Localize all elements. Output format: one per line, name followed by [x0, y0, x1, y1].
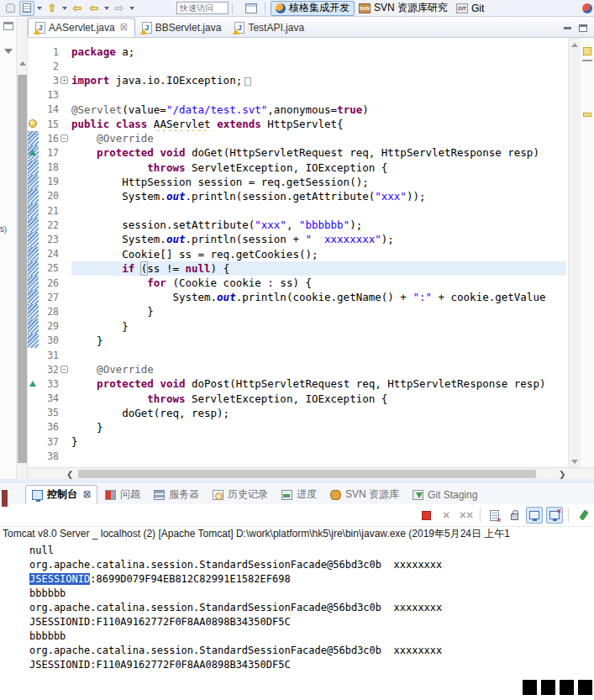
code-line[interactable]: 38: [28, 449, 566, 463]
code-text[interactable]: [71, 203, 566, 218]
annotation-ruler-cell[interactable]: [28, 348, 39, 362]
overview-ruler[interactable]: [581, 38, 594, 467]
code-text[interactable]: throws ServletException, IOException {: [71, 392, 566, 406]
line-number[interactable]: 31: [39, 350, 60, 361]
code-text[interactable]: protected void doPost(HttpServletRequest…: [71, 376, 566, 391]
annotation-ruler-cell[interactable]: [28, 103, 39, 117]
line-number[interactable]: 21: [39, 205, 60, 217]
console-line[interactable]: bbbbbb: [29, 629, 594, 644]
code-line[interactable]: 32− @Override: [28, 362, 566, 376]
scroll-right-arrow-icon[interactable]: ❯: [559, 471, 565, 478]
fold-collapse-icon[interactable]: −: [60, 134, 68, 142]
code-line[interactable]: 27 System.out.println(cookie.getName() +…: [28, 290, 566, 304]
clear-console-button[interactable]: [486, 507, 502, 524]
maximize-icon[interactable]: [579, 24, 587, 32]
annotation-ruler-cell[interactable]: [28, 45, 39, 59]
console-line[interactable]: JSESSIONID:8699D079F94EB812C82991E1582EF…: [29, 572, 594, 587]
code-line[interactable]: 37}: [28, 434, 566, 449]
line-number[interactable]: 1: [39, 46, 60, 58]
annotation-ruler-cell[interactable]: [28, 145, 39, 160]
editor-tab[interactable]: JAAServlet.java☒: [28, 18, 135, 37]
console-tab-svn-repo[interactable]: SVN 资源库: [324, 485, 405, 504]
line-number[interactable]: 30: [39, 334, 60, 346]
code-text[interactable]: import java.io.IOException;: [71, 73, 566, 87]
code-line[interactable]: 33 protected void doPost(HttpServletRequ…: [28, 376, 566, 391]
line-number[interactable]: 24: [39, 248, 60, 260]
line-number[interactable]: 16: [39, 133, 60, 145]
line-number[interactable]: 35: [39, 407, 60, 418]
code-text[interactable]: }: [71, 319, 566, 334]
console-line[interactable]: org.apache.catalina.session.StandardSess…: [29, 558, 594, 572]
code-line[interactable]: 25 if (ss != null) {: [28, 261, 566, 276]
code-line[interactable]: 16− @Override: [28, 131, 566, 145]
perspective-button[interactable]: SVNSVN 资源库研究: [355, 1, 452, 16]
console-line[interactable]: null: [29, 544, 594, 558]
scroll-down-arrow-icon[interactable]: [571, 460, 578, 464]
code-line[interactable]: 13: [28, 88, 566, 103]
dropdown-arrow-icon[interactable]: [129, 7, 134, 10]
line-number[interactable]: 27: [39, 292, 60, 303]
close-icon[interactable]: ☒: [120, 23, 128, 32]
code-line[interactable]: 26 for (Cookie cookie : ss) {: [28, 276, 566, 290]
line-number[interactable]: 18: [39, 161, 60, 173]
show-stdout-toggle[interactable]: [526, 507, 543, 524]
fold-column[interactable]: +: [60, 76, 71, 84]
annotation-ruler-cell[interactable]: [28, 449, 39, 463]
annotation-ruler-cell[interactable]: [28, 276, 39, 290]
hand-button[interactable]: [3, 1, 18, 16]
code-text[interactable]: }: [71, 304, 566, 318]
annotation-ruler-cell[interactable]: [28, 59, 39, 73]
scroll-up-arrow-icon[interactable]: [571, 43, 578, 47]
code-text[interactable]: @Override: [71, 131, 566, 145]
line-number[interactable]: 13: [39, 89, 60, 101]
line-number[interactable]: 32: [39, 364, 60, 376]
minimize-icon[interactable]: [564, 27, 571, 29]
rail-scrollbar[interactable]: [17, 18, 28, 479]
minimized-view-icon[interactable]: [2, 490, 8, 507]
annotation-ruler-cell[interactable]: [28, 189, 39, 203]
line-number[interactable]: 23: [39, 234, 60, 245]
code-line[interactable]: 2: [28, 59, 566, 73]
annotation-ruler-cell[interactable]: [28, 434, 39, 449]
code-text[interactable]: [71, 449, 566, 463]
code-text[interactable]: doGet(req, resp);: [71, 406, 566, 420]
line-number[interactable]: 26: [39, 277, 60, 289]
code-line[interactable]: 28 }: [28, 304, 566, 318]
editor-horizontal-scrollbar[interactable]: ❮ ❯: [28, 467, 594, 479]
dropdown-arrow-icon[interactable]: [104, 7, 109, 10]
line-number[interactable]: 37: [39, 436, 60, 448]
annotation-ruler-cell[interactable]: [28, 304, 39, 318]
forward-button[interactable]: ⇨: [112, 1, 127, 16]
last-edit-location-button[interactable]: ⇧: [45, 1, 60, 16]
annotation-ruler-cell[interactable]: [28, 376, 39, 391]
code-text[interactable]: protected void doGet(HttpServletRequest …: [71, 145, 566, 160]
scrollbar-thumb[interactable]: [18, 75, 27, 463]
annotation-ruler-cell[interactable]: [28, 88, 39, 103]
back-button[interactable]: ⇦: [70, 1, 85, 16]
perspective-overflow-icon[interactable]: [582, 3, 592, 13]
line-number[interactable]: 3: [39, 75, 60, 87]
code-line[interactable]: 31: [28, 348, 566, 362]
line-number[interactable]: 2: [39, 61, 60, 72]
fold-column[interactable]: −: [60, 366, 71, 373]
annotation-ruler-cell[interactable]: [28, 334, 39, 348]
code-line[interactable]: 22 session.setAttribute("xxx", "bbbbbb")…: [28, 218, 566, 232]
show-stderr-toggle[interactable]: [546, 507, 563, 524]
code-text[interactable]: }: [71, 334, 566, 348]
code-text[interactable]: @Override: [71, 362, 566, 376]
fold-collapse-icon[interactable]: −: [60, 366, 68, 373]
code-text[interactable]: Cookie[] ss = req.getCookies();: [71, 247, 566, 261]
code-line[interactable]: 30 }: [28, 334, 566, 348]
code-text[interactable]: if (ss != null) {: [71, 261, 566, 276]
line-number[interactable]: 22: [39, 219, 60, 231]
annotation-ruler-cell[interactable]: [28, 73, 39, 87]
annotation-ruler-cell[interactable]: [28, 117, 39, 131]
line-number[interactable]: 17: [39, 147, 60, 159]
annotation-ruler-cell[interactable]: [28, 247, 39, 261]
code-line[interactable]: 20 System.out.println(session.getAttribu…: [28, 189, 566, 203]
console-line[interactable]: org.apache.catalina.session.StandardSess…: [29, 644, 594, 658]
code-line[interactable]: 3+import java.io.IOException;: [28, 73, 566, 87]
console-line[interactable]: org.apache.catalina.session.StandardSess…: [29, 601, 594, 615]
line-number[interactable]: 34: [39, 392, 60, 404]
annotation-ruler-cell[interactable]: [28, 161, 39, 175]
